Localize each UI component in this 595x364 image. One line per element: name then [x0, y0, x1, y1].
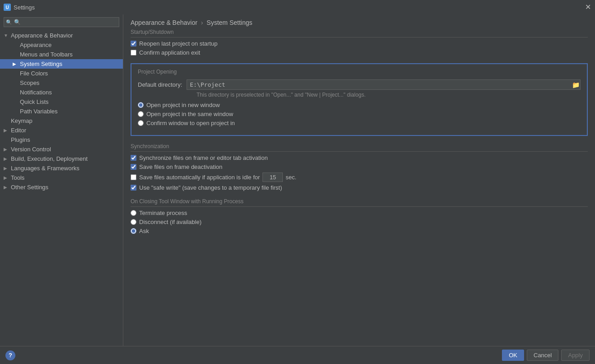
confirm-exit-label: Confirm application exit [139, 49, 200, 56]
sidebar-item-system-settings[interactable]: ▶ System Settings [0, 59, 123, 69]
apply-button[interactable]: Apply [561, 350, 590, 361]
disconnect-radio[interactable] [131, 219, 136, 225]
ask-row: Ask [131, 228, 588, 234]
sidebar-item-tools[interactable]: ▶ Tools [0, 173, 123, 182]
sidebar-item-other-settings[interactable]: ▶ Other Settings [0, 182, 123, 192]
confirm-window-row: Confirm window to open project in [138, 120, 581, 126]
sidebar-item-label: Build, Execution, Deployment [11, 155, 88, 162]
sidebar-item-label: Tools [11, 174, 24, 181]
sidebar-item-label: Scopes [20, 79, 39, 86]
sidebar-item-appearance-behavior[interactable]: ▼ Appearance & Behavior [0, 31, 123, 40]
dir-label: Default directory: [138, 81, 182, 88]
sidebar-item-label: Quick Lists [20, 98, 49, 105]
expand-arrow: ▶ [4, 185, 11, 190]
sidebar-item-label: File Colors [20, 70, 48, 77]
save-idle-checkbox[interactable] [131, 174, 136, 180]
sidebar-item-label: Path Variables [20, 108, 58, 115]
sidebar-item-label: Appearance [20, 42, 52, 48]
sidebar-item-appearance[interactable]: Appearance [0, 40, 123, 50]
sidebar-item-notifications[interactable]: Notifications [0, 88, 123, 97]
terminate-process-row: Terminate process [131, 210, 588, 216]
open-same-window-row: Open project in the same window [138, 111, 581, 117]
open-new-window-radio[interactable] [138, 102, 144, 108]
confirm-exit-row: Confirm application exit [131, 49, 588, 56]
reopen-last-project-checkbox[interactable] [131, 41, 136, 47]
title-bar: U Settings ✕ [0, 0, 595, 14]
ask-radio[interactable] [131, 228, 136, 234]
safe-write-label: Use "safe write" (save changes to a temp… [139, 184, 282, 191]
close-button[interactable]: ✕ [584, 4, 591, 11]
sidebar-tree: ▼ Appearance & Behavior Appearance Menus… [0, 30, 123, 346]
search-icon: 🔍 [6, 19, 12, 25]
reopen-last-project-row: Reopen last project on startup [131, 40, 588, 47]
synchronization-section: Synchronization Synchronize files on fra… [131, 143, 588, 191]
expand-arrow: ▶ [4, 147, 11, 152]
sync-files-checkbox[interactable] [131, 155, 136, 161]
expand-arrow: ▶ [4, 128, 11, 133]
project-opening-section: Project Opening Default directory: 📁 Thi… [131, 63, 588, 136]
confirm-window-label: Confirm window to open project in [146, 120, 235, 126]
bottom-buttons: OK Cancel Apply [502, 350, 590, 361]
main-content: 🔍 ▼ Appearance & Behavior Appearance Men… [0, 14, 595, 346]
sync-files-label: Synchronize files on frame or editor tab… [139, 154, 268, 161]
ask-label: Ask [139, 228, 149, 234]
default-directory-row: Default directory: 📁 [138, 79, 581, 90]
closing-tool-title: On Closing Tool Window with Running Proc… [131, 198, 588, 207]
expand-arrow: ▶ [4, 166, 11, 171]
disconnect-row: Disconnect (if available) [131, 219, 588, 225]
dir-input[interactable] [187, 79, 581, 90]
startup-shutdown-section: Startup/Shutdown Reopen last project on … [131, 29, 588, 56]
sidebar-item-version-control[interactable]: ▶ Version Control [0, 145, 123, 154]
reopen-last-project-label: Reopen last project on startup [139, 40, 217, 47]
sidebar-item-plugins[interactable]: Plugins [0, 135, 123, 145]
sidebar-item-scopes[interactable]: Scopes [0, 78, 123, 88]
terminate-radio[interactable] [131, 210, 136, 216]
sidebar-item-keymap[interactable]: Keymap [0, 116, 123, 126]
dir-browse-button[interactable]: 📁 [572, 81, 580, 89]
breadcrumb-sep: › [201, 19, 203, 26]
sidebar-item-build-execution[interactable]: ▶ Build, Execution, Deployment [0, 154, 123, 163]
save-deactivation-label: Save files on frame deactivation [139, 163, 222, 170]
open-new-window-label: Open project in new window [146, 102, 220, 108]
startup-shutdown-title: Startup/Shutdown [131, 29, 588, 37]
sidebar-item-editor[interactable]: ▶ Editor [0, 126, 123, 135]
sidebar-item-label: Notifications [20, 89, 52, 96]
expand-arrow: ▼ [4, 33, 11, 38]
safe-write-checkbox[interactable] [131, 185, 136, 191]
sidebar-item-label: Editor [11, 127, 26, 134]
terminate-label: Terminate process [139, 210, 187, 216]
sidebar-item-path-variables[interactable]: Path Variables [0, 107, 123, 116]
window-title: Settings [14, 4, 35, 11]
settings-window: U Settings ✕ 🔍 ▼ Appearance & Behavior A… [0, 0, 595, 364]
sidebar-item-label: Other Settings [11, 184, 48, 191]
help-button[interactable]: ? [5, 350, 15, 360]
bottom-bar: ? OK Cancel Apply [0, 346, 595, 364]
save-deactivation-row: Save files on frame deactivation [131, 163, 588, 170]
idle-seconds-input[interactable] [262, 173, 283, 182]
sidebar-item-quick-lists[interactable]: Quick Lists [0, 97, 123, 107]
confirm-window-radio[interactable] [138, 120, 144, 126]
save-idle-label: Save files automatically if application … [139, 174, 260, 181]
open-same-window-radio[interactable] [138, 111, 144, 117]
breadcrumb-part1: Appearance & Behavior [131, 19, 197, 26]
ok-button[interactable]: OK [502, 350, 524, 361]
save-idle-row: Save files automatically if application … [131, 173, 588, 182]
dir-input-wrap: 📁 [187, 79, 581, 90]
sidebar-item-languages-frameworks[interactable]: ▶ Languages & Frameworks [0, 163, 123, 173]
save-deactivation-checkbox[interactable] [131, 164, 136, 170]
sidebar: 🔍 ▼ Appearance & Behavior Appearance Men… [0, 14, 123, 346]
cancel-button[interactable]: Cancel [527, 350, 558, 361]
open-new-window-row: Open project in new window [138, 102, 581, 108]
sidebar-item-label: Plugins [11, 136, 30, 143]
sidebar-item-menus-toolbars[interactable]: Menus and Toolbars [0, 50, 123, 59]
closing-tool-section: On Closing Tool Window with Running Proc… [131, 198, 588, 234]
sidebar-item-label: Keymap [11, 117, 33, 124]
expand-arrow: ▶ [4, 175, 11, 180]
safe-write-row: Use "safe write" (save changes to a temp… [131, 184, 588, 191]
breadcrumb: Appearance & Behavior › System Settings [123, 14, 595, 29]
confirm-exit-checkbox[interactable] [131, 50, 136, 56]
sync-files-row: Synchronize files on frame or editor tab… [131, 154, 588, 161]
search-input[interactable] [4, 17, 119, 27]
sidebar-item-label: Appearance & Behavior [11, 32, 73, 39]
sidebar-item-file-colors[interactable]: File Colors [0, 69, 123, 78]
